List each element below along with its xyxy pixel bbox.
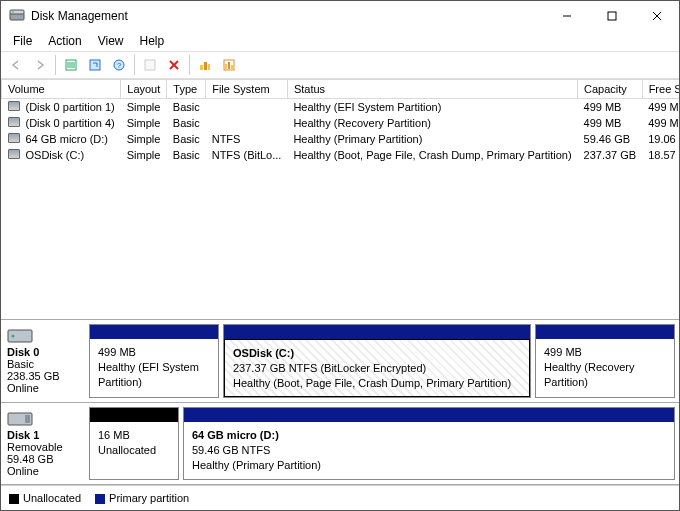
disk-1-label: Disk 1 Removable 59.48 GB Online [1, 403, 89, 484]
cell-type: Basic [167, 115, 206, 131]
svg-rect-23 [231, 65, 233, 69]
volume-icon [8, 117, 20, 127]
svg-point-2 [12, 11, 14, 13]
table-row[interactable]: (Disk 0 partition 1) Simple Basic Health… [2, 99, 681, 116]
forward-button[interactable] [29, 54, 51, 76]
legend: Unallocated Primary partition [1, 485, 679, 510]
toolbar-settings-icon[interactable] [139, 54, 161, 76]
toolbar-chart1-icon[interactable] [194, 54, 216, 76]
menu-action[interactable]: Action [40, 32, 89, 50]
col-layout[interactable]: Layout [121, 80, 167, 99]
window-title: Disk Management [31, 9, 544, 23]
table-empty-area [1, 163, 679, 319]
cell-layout: Simple [121, 99, 167, 116]
menu-view[interactable]: View [90, 32, 132, 50]
removable-icon [7, 409, 33, 427]
menu-file[interactable]: File [5, 32, 40, 50]
legend-unallocated: Unallocated [9, 492, 81, 504]
titlebar: Disk Management [1, 1, 679, 31]
disk-map: Disk 0 Basic 238.35 GB Online 499 MBHeal… [1, 319, 679, 485]
cell-fs: NTFS [206, 131, 288, 147]
cell-volume: (Disk 0 partition 4) [20, 115, 121, 131]
delete-button[interactable] [163, 54, 185, 76]
menu-help[interactable]: Help [132, 32, 173, 50]
cell-fs [206, 115, 288, 131]
hdd-icon [7, 326, 33, 344]
cell-free: 499 MB [642, 99, 680, 116]
cell-capacity: 499 MB [578, 115, 643, 131]
toolbar-list-icon[interactable] [60, 54, 82, 76]
disk-row-0[interactable]: Disk 0 Basic 238.35 GB Online 499 MBHeal… [1, 320, 679, 404]
cell-type: Basic [167, 99, 206, 116]
back-button[interactable] [5, 54, 27, 76]
svg-rect-27 [25, 415, 30, 423]
col-volume[interactable]: Volume [2, 80, 121, 99]
refresh-button[interactable] [84, 54, 106, 76]
volume-table[interactable]: Volume Layout Type File System Status Ca… [1, 79, 679, 163]
disk1-unallocated[interactable]: 16 MBUnallocated [89, 407, 179, 480]
volume-icon [8, 133, 20, 143]
cell-layout: Simple [121, 115, 167, 131]
cell-type: Basic [167, 131, 206, 147]
cell-capacity: 59.46 GB [578, 131, 643, 147]
menubar: File Action View Help [1, 31, 679, 51]
svg-rect-22 [228, 62, 230, 69]
legend-primary: Primary partition [95, 492, 189, 504]
svg-rect-17 [200, 65, 203, 70]
svg-text:?: ? [117, 61, 122, 70]
col-fs[interactable]: File System [206, 80, 288, 99]
cell-type: Basic [167, 147, 206, 163]
svg-rect-4 [608, 12, 616, 20]
close-button[interactable] [634, 1, 679, 31]
cell-fs: NTFS (BitLo... [206, 147, 288, 163]
cell-layout: Simple [121, 131, 167, 147]
svg-rect-11 [90, 60, 100, 70]
app-icon [9, 8, 25, 24]
cell-fs [206, 99, 288, 116]
svg-point-25 [12, 334, 15, 337]
volume-icon [8, 149, 20, 159]
disk0-partition-osdisk[interactable]: OSDisk (C:)237.37 GB NTFS (BitLocker Enc… [223, 324, 531, 399]
cell-status: Healthy (Recovery Partition) [287, 115, 577, 131]
cell-volume: 64 GB micro (D:) [20, 131, 121, 147]
table-row[interactable]: (Disk 0 partition 4) Simple Basic Health… [2, 115, 681, 131]
cell-status: Healthy (EFI System Partition) [287, 99, 577, 116]
col-free[interactable]: Free Space [642, 80, 680, 99]
minimize-button[interactable] [544, 1, 589, 31]
svg-rect-1 [10, 10, 24, 14]
cell-free: 18.57 GB [642, 147, 680, 163]
table-row[interactable]: OSDisk (C:) Simple Basic NTFS (BitLo... … [2, 147, 681, 163]
cell-free: 19.06 GB [642, 131, 680, 147]
toolbar: ? [1, 51, 679, 79]
disk0-partition-4[interactable]: 499 MBHealthy (Recovery Partition) [535, 324, 675, 399]
cell-volume: OSDisk (C:) [20, 147, 121, 163]
svg-rect-19 [208, 64, 210, 70]
cell-volume: (Disk 0 partition 1) [20, 99, 121, 116]
disk1-partition-d[interactable]: 64 GB micro (D:)59.46 GB NTFSHealthy (Pr… [183, 407, 675, 480]
toolbar-chart2-icon[interactable] [218, 54, 240, 76]
disk0-partition-1[interactable]: 499 MBHealthy (EFI System Partition) [89, 324, 219, 399]
maximize-button[interactable] [589, 1, 634, 31]
col-status[interactable]: Status [287, 80, 577, 99]
cell-free: 499 MB [642, 115, 680, 131]
col-type[interactable]: Type [167, 80, 206, 99]
cell-status: Healthy (Boot, Page File, Crash Dump, Pr… [287, 147, 577, 163]
cell-capacity: 499 MB [578, 99, 643, 116]
cell-status: Healthy (Primary Partition) [287, 131, 577, 147]
table-row[interactable]: 64 GB micro (D:) Simple Basic NTFS Healt… [2, 131, 681, 147]
disk-0-label: Disk 0 Basic 238.35 GB Online [1, 320, 89, 403]
volume-icon [8, 101, 20, 111]
svg-rect-14 [145, 60, 155, 70]
cell-capacity: 237.37 GB [578, 147, 643, 163]
cell-layout: Simple [121, 147, 167, 163]
svg-rect-21 [225, 64, 227, 69]
toolbar-help-icon[interactable]: ? [108, 54, 130, 76]
disk-row-1[interactable]: Disk 1 Removable 59.48 GB Online 16 MBUn… [1, 403, 679, 485]
svg-rect-18 [204, 62, 207, 70]
col-capacity[interactable]: Capacity [578, 80, 643, 99]
